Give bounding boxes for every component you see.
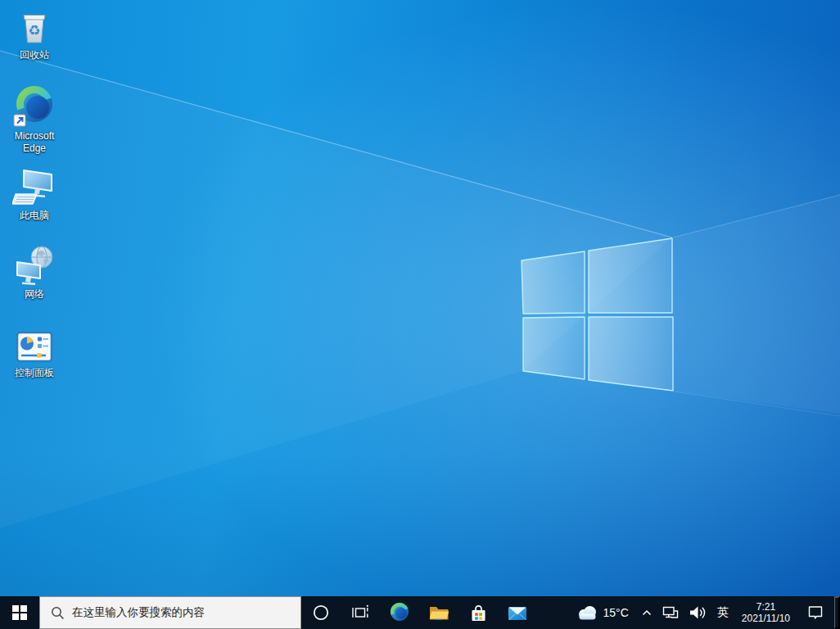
- time-label: 7:21: [756, 601, 775, 613]
- file-explorer-icon: [429, 604, 449, 622]
- search-input[interactable]: 在这里输入你要搜索的内容: [39, 596, 301, 629]
- store-button[interactable]: [458, 596, 498, 629]
- desktop-icon-label: 此电脑: [20, 210, 49, 222]
- file-explorer-button[interactable]: [419, 596, 458, 629]
- wallpaper-windows-logo: [0, 0, 840, 596]
- control-panel-icon: [15, 330, 54, 364]
- volume-button[interactable]: [684, 596, 711, 629]
- clock[interactable]: 7:21 2021/11/10: [735, 596, 797, 629]
- microsoft-store-icon: [469, 604, 488, 622]
- mail-icon: [508, 604, 527, 621]
- edge-icon: [388, 601, 411, 624]
- system-tray: 15°C 英 7:21 2021/11/10: [569, 596, 840, 629]
- desktop-icon-microsoft-edge[interactable]: Microsoft Edge: [2, 84, 67, 155]
- action-center-button[interactable]: [797, 596, 834, 629]
- cortana-button[interactable]: [301, 596, 341, 629]
- tray-expand-button[interactable]: [636, 596, 657, 629]
- task-view-icon: [351, 604, 369, 622]
- speaker-icon: [688, 603, 707, 622]
- chevron-up-icon: [640, 606, 653, 619]
- network-tray-button[interactable]: [657, 596, 684, 629]
- search-icon: [51, 606, 65, 620]
- desktop-icon-this-pc[interactable]: 此电脑: [2, 169, 67, 222]
- show-desktop-button[interactable]: [834, 596, 840, 629]
- svg-text:♻: ♻: [28, 22, 40, 38]
- ime-indicator[interactable]: 英: [711, 596, 735, 629]
- recycle-bin-icon: ♻: [16, 8, 52, 47]
- start-button[interactable]: [0, 596, 39, 629]
- cortana-icon: [312, 604, 330, 622]
- ethernet-icon: [662, 605, 680, 621]
- taskbar: 在这里输入你要搜索的内容: [0, 596, 840, 629]
- desktop-icon-network[interactable]: 网络: [2, 246, 67, 301]
- network-icon: [12, 246, 56, 286]
- date-label: 2021/11/10: [742, 613, 790, 624]
- desktop-icon-label: 网络: [25, 288, 44, 301]
- desktop-icon-label: 控制面板: [15, 367, 54, 379]
- desktop-icon-control-panel[interactable]: 控制面板: [2, 330, 67, 379]
- weather-widget[interactable]: 15°C: [569, 596, 636, 629]
- search-placeholder: 在这里输入你要搜索的内容: [72, 605, 205, 620]
- desktop-icon-label: 回收站: [20, 49, 49, 61]
- ime-label: 英: [717, 605, 729, 620]
- windows-logo-icon: [12, 605, 27, 620]
- this-pc-icon: [12, 169, 56, 207]
- edge-icon: [12, 84, 56, 128]
- weather-cloud-icon: [576, 605, 598, 620]
- desktop: ♻ 回收站 Microsoft Edge 此电脑: [0, 0, 840, 596]
- desktop-icon-recycle-bin[interactable]: ♻ 回收站: [2, 8, 67, 61]
- action-center-icon: [806, 604, 824, 622]
- temperature-label: 15°C: [603, 606, 629, 619]
- task-view-button[interactable]: [341, 596, 380, 629]
- desktop-icon-label: Microsoft Edge: [2, 130, 66, 155]
- mail-button[interactable]: [498, 596, 537, 629]
- edge-taskbar-button[interactable]: [380, 596, 419, 629]
